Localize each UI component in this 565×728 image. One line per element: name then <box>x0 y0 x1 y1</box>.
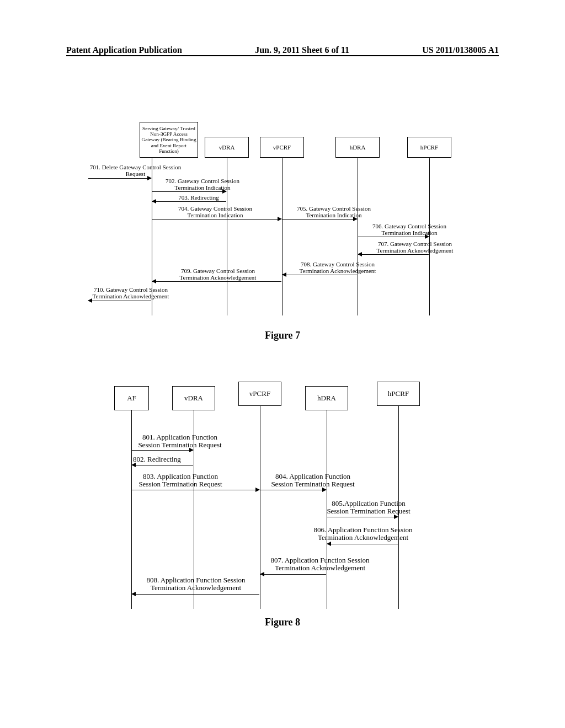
msg-703-arrow <box>152 201 226 202</box>
msg-708-label: 708. Gateway Control Session Termination… <box>282 261 393 274</box>
msg-805-label: 805.Application Function Session Termina… <box>313 500 424 515</box>
msg-702-label: 702. Gateway Control Session Termination… <box>155 178 250 191</box>
msg-707-arrow <box>358 254 429 255</box>
msg-804-arrow <box>260 490 326 490</box>
msg-704-arrow <box>152 219 281 220</box>
figure-8-caption: Figure 8 <box>227 617 338 628</box>
msg-705-label: 705. Gateway Control Session Termination… <box>284 206 383 218</box>
msg-806-label: 806. Application Function Session Termin… <box>294 526 432 541</box>
actor-vdra-8: vDRA <box>172 386 215 410</box>
msg-701-arrow <box>88 178 151 179</box>
msg-710-label: 710. Gateway Control Session Termination… <box>73 287 189 299</box>
msg-703-label: 703. Redirecting <box>166 195 232 201</box>
msg-701-label: 701. Delete Gateway Control Session Requ… <box>79 164 192 177</box>
actor-af: AF <box>114 386 149 410</box>
msg-808-arrow <box>132 594 259 595</box>
msg-702-arrow <box>152 191 226 192</box>
msg-709-arrow <box>152 281 281 282</box>
msg-706-label: 706. Gateway Control Session Termination… <box>360 223 459 236</box>
actor-hpcrf: hPCRF <box>407 137 451 158</box>
lifeline-a3 <box>282 158 282 315</box>
actor-vpcrf: vPCRF <box>260 137 304 158</box>
msg-704-label: 704. Gateway Control Session Termination… <box>160 206 270 218</box>
header-rule <box>66 55 499 56</box>
msg-808-label: 808. Application Function Session Termin… <box>124 576 268 591</box>
actor-serving-gateway: Serving Gateway/ Trusted Non-3GPP Access… <box>140 122 198 158</box>
actor-vdra: vDRA <box>205 137 249 158</box>
actor-hdra-8: hDRA <box>305 386 348 410</box>
header-left: Patent Application Publication <box>66 45 182 55</box>
msg-705-arrow <box>282 219 357 220</box>
figure-7-caption: Figure 7 <box>227 330 338 341</box>
msg-805-arrow <box>327 517 398 517</box>
actor-hdra: hDRA <box>335 137 380 158</box>
msg-802-label: 802. Redirecting <box>133 456 210 463</box>
msg-804-label: 804. Application Function Session Termin… <box>258 473 368 488</box>
msg-801-label: 801. Application Function Session Termin… <box>125 433 235 448</box>
lifeline-a5 <box>429 158 430 315</box>
header-right: US 2011/0138005 A1 <box>422 45 499 55</box>
msg-806-arrow <box>327 544 398 544</box>
header-center: Jun. 9, 2011 Sheet 6 of 11 <box>255 45 349 55</box>
msg-708-arrow <box>282 275 357 275</box>
msg-707-label: 707. Gateway Control Session Termination… <box>360 241 470 254</box>
msg-709-label: 709. Gateway Control Session Termination… <box>160 268 276 281</box>
actor-vpcrf-8: vPCRF <box>238 382 281 406</box>
msg-706-arrow <box>358 237 429 237</box>
msg-803-arrow <box>132 490 259 490</box>
msg-710-arrow <box>88 301 151 301</box>
msg-807-arrow <box>260 574 326 575</box>
actor-hpcrf-8: hPCRF <box>377 382 420 406</box>
msg-807-label: 807. Application Function Session Termin… <box>248 556 392 571</box>
msg-801-arrow <box>132 450 193 451</box>
msg-803-label: 803. Application Function Session Termin… <box>125 473 236 488</box>
page-header: Patent Application Publication Jun. 9, 2… <box>66 45 499 55</box>
msg-802-arrow <box>132 465 193 465</box>
